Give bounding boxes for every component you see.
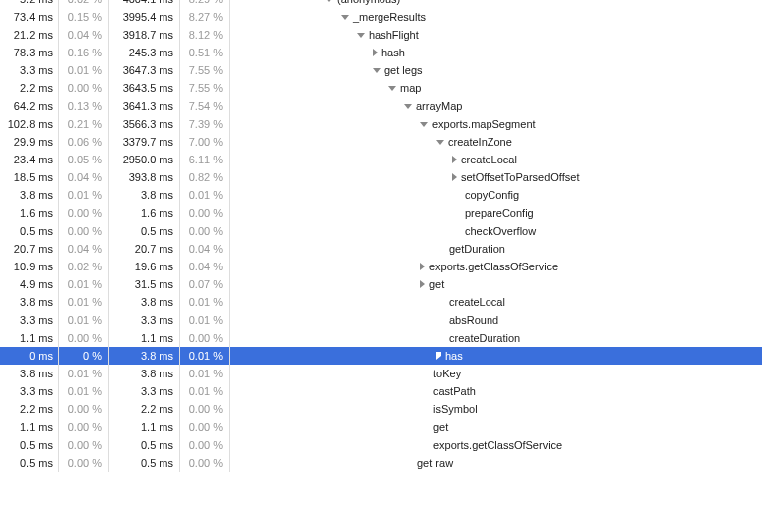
call-tree-row[interactable]: 20.7 ms0.04 %20.7 ms0.04 %getDuration — [0, 240, 762, 258]
function-cell[interactable]: copyConfig — [230, 186, 762, 204]
disclosure-right-icon[interactable] — [436, 352, 441, 360]
disclosure-down-icon[interactable] — [357, 33, 365, 38]
function-cell[interactable]: isSymbol — [230, 400, 762, 418]
disclosure-right-icon[interactable] — [452, 156, 457, 163]
disclosure-right-icon[interactable] — [373, 49, 378, 56]
function-cell[interactable]: createDuration — [230, 329, 762, 347]
total-percent: 8.12 % — [180, 26, 230, 44]
call-tree-row[interactable]: 1.6 ms0.00 %1.6 ms0.00 %prepareConfig — [0, 204, 762, 222]
call-tree-row[interactable]: 23.4 ms0.05 %2950.0 ms6.11 %createLocal — [0, 151, 762, 168]
call-tree-row[interactable]: 5.2 ms0.02 %4004.1 ms8.29 %(anonymous) — [0, 0, 762, 8]
function-cell[interactable]: checkOverflow — [230, 222, 762, 240]
function-cell[interactable]: exports.mapSegment — [230, 115, 762, 133]
total-time: 3.8 ms — [109, 186, 180, 204]
function-cell[interactable]: has — [230, 347, 762, 365]
function-cell[interactable]: get — [230, 275, 762, 293]
call-tree-row[interactable]: 0.5 ms0.00 %0.5 ms0.00 %exports.getClass… — [0, 436, 762, 454]
call-tree-row[interactable]: 102.8 ms0.21 %3566.3 ms7.39 %exports.map… — [0, 115, 762, 133]
self-percent: 0 % — [59, 347, 109, 365]
function-cell[interactable]: absRound — [230, 311, 762, 329]
call-tree-row[interactable]: 3.3 ms0.01 %3647.3 ms7.55 %get legs — [0, 61, 762, 79]
total-time: 0.5 ms — [109, 436, 180, 454]
self-time: 23.4 ms — [0, 151, 59, 168]
function-cell[interactable]: (anonymous) — [230, 0, 762, 8]
call-tree-row[interactable]: 4.9 ms0.01 %31.5 ms0.07 %get — [0, 275, 762, 293]
disclosure-right-icon[interactable] — [420, 263, 425, 270]
call-tree-row[interactable]: 18.5 ms0.04 %393.8 ms0.82 %setOffsetToPa… — [0, 168, 762, 186]
function-cell[interactable]: exports.getClassOfService — [230, 258, 762, 275]
function-cell[interactable]: get legs — [230, 61, 762, 79]
function-cell[interactable]: hashFlight — [230, 26, 762, 44]
total-percent: 0.01 % — [180, 311, 230, 329]
total-percent: 7.39 % — [180, 115, 230, 133]
total-percent: 7.55 % — [180, 79, 230, 97]
self-time: 1.1 ms — [0, 418, 59, 436]
disclosure-down-icon[interactable] — [436, 140, 444, 145]
function-cell[interactable]: createLocal — [230, 293, 762, 311]
disclosure-none-icon — [420, 405, 429, 413]
total-percent: 0.00 % — [180, 222, 230, 240]
function-cell[interactable]: getDuration — [230, 240, 762, 258]
total-percent: 0.07 % — [180, 275, 230, 293]
function-cell[interactable]: arrayMap — [230, 97, 762, 115]
function-cell[interactable]: castPath — [230, 382, 762, 400]
function-name: exports.getClassOfService — [429, 258, 558, 275]
self-time: 1.6 ms — [0, 204, 59, 222]
function-cell[interactable]: toKey — [230, 365, 762, 382]
call-tree-row[interactable]: 3.8 ms0.01 %3.8 ms0.01 %toKey — [0, 365, 762, 382]
total-percent: 0.00 % — [180, 400, 230, 418]
function-cell[interactable]: prepareConfig — [230, 204, 762, 222]
function-cell[interactable]: get raw — [230, 454, 762, 472]
disclosure-right-icon[interactable] — [452, 173, 457, 181]
disclosure-down-icon[interactable] — [420, 122, 428, 127]
function-cell[interactable]: setOffsetToParsedOffset — [230, 168, 762, 186]
disclosure-down-icon[interactable] — [388, 86, 396, 91]
self-percent: 0.13 % — [59, 97, 109, 115]
call-tree-row[interactable]: 3.3 ms0.01 %3.3 ms0.01 %absRound — [0, 311, 762, 329]
disclosure-down-icon[interactable] — [341, 15, 349, 20]
self-time: 64.2 ms — [0, 97, 59, 115]
call-tree-row[interactable]: 21.2 ms0.04 %3918.7 ms8.12 %hashFlight — [0, 26, 762, 44]
call-tree-row[interactable]: 64.2 ms0.13 %3641.3 ms7.54 %arrayMap — [0, 97, 762, 115]
call-tree-row[interactable]: 1.1 ms0.00 %1.1 ms0.00 %get — [0, 418, 762, 436]
disclosure-down-icon[interactable] — [373, 68, 381, 73]
call-tree-row[interactable]: 0.5 ms0.00 %0.5 ms0.00 %get raw — [0, 454, 762, 472]
function-cell[interactable]: map — [230, 79, 762, 97]
call-tree-row[interactable]: 1.1 ms0.00 %1.1 ms0.00 %createDuration — [0, 329, 762, 347]
call-tree-row[interactable]: 29.9 ms0.06 %3379.7 ms7.00 %createInZone — [0, 133, 762, 151]
total-time: 3647.3 ms — [109, 61, 180, 79]
disclosure-right-icon[interactable] — [420, 280, 425, 288]
function-cell[interactable]: createLocal — [230, 151, 762, 168]
self-time: 2.2 ms — [0, 79, 59, 97]
self-time: 3.3 ms — [0, 311, 59, 329]
function-cell[interactable]: _mergeResults — [230, 8, 762, 26]
function-name: exports.mapSegment — [432, 115, 536, 133]
call-tree-row[interactable]: 3.3 ms0.01 %3.3 ms0.01 %castPath — [0, 382, 762, 400]
disclosure-none-icon — [420, 441, 429, 449]
call-tree-row[interactable]: 2.2 ms0.00 %3643.5 ms7.55 %map — [0, 79, 762, 97]
disclosure-down-icon[interactable] — [325, 0, 333, 2]
self-percent: 0.05 % — [59, 151, 109, 168]
function-cell[interactable]: createInZone — [230, 133, 762, 151]
total-time: 2.2 ms — [109, 400, 180, 418]
function-name: hashFlight — [369, 26, 419, 44]
self-percent: 0.01 % — [59, 293, 109, 311]
call-tree-row[interactable]: 2.2 ms0.00 %2.2 ms0.00 %isSymbol — [0, 400, 762, 418]
self-time: 0 ms — [0, 347, 59, 365]
self-percent: 0.01 % — [59, 365, 109, 382]
function-cell[interactable]: exports.getClassOfService — [230, 436, 762, 454]
function-cell[interactable]: get — [230, 418, 762, 436]
call-tree-row[interactable]: 3.8 ms0.01 %3.8 ms0.01 %copyConfig — [0, 186, 762, 204]
disclosure-down-icon[interactable] — [404, 104, 412, 109]
call-tree-row[interactable]: 78.3 ms0.16 %245.3 ms0.51 %hash — [0, 44, 762, 61]
self-time: 0.5 ms — [0, 454, 59, 472]
function-name: has — [445, 347, 463, 365]
disclosure-none-icon — [436, 316, 445, 324]
call-tree-row[interactable]: 0.5 ms0.00 %0.5 ms0.00 %checkOverflow — [0, 222, 762, 240]
call-tree-row[interactable]: 73.4 ms0.15 %3995.4 ms8.27 %_mergeResult… — [0, 8, 762, 26]
call-tree-row[interactable]: 3.8 ms0.01 %3.8 ms0.01 %createLocal — [0, 293, 762, 311]
call-tree-row[interactable]: 10.9 ms0.02 %19.6 ms0.04 %exports.getCla… — [0, 258, 762, 275]
function-cell[interactable]: hash — [230, 44, 762, 61]
call-tree-row[interactable]: 0 ms0 %3.8 ms0.01 %has — [0, 347, 762, 365]
total-time: 3643.5 ms — [109, 79, 180, 97]
